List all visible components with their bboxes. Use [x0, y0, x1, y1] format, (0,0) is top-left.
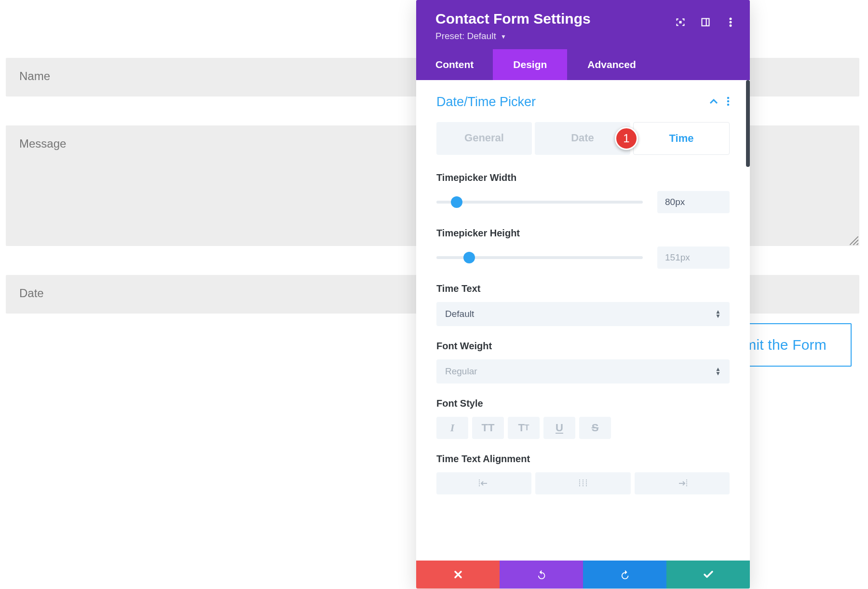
font-style-label: Font Style [436, 398, 730, 409]
timepicker-height-slider[interactable] [436, 253, 643, 262]
svg-rect-1 [702, 19, 709, 26]
cancel-button[interactable] [416, 561, 500, 589]
select-arrows-icon: ▲▼ [715, 310, 721, 318]
modal-body: Date/Time Picker General Date Time 1 Tim… [416, 80, 750, 561]
svg-point-8 [727, 103, 730, 106]
modal-header: Contact Form Settings Preset: Default ▼ [416, 0, 750, 49]
modal-tabs: Content Design Advanced [416, 49, 750, 80]
tab-advanced[interactable]: Advanced [567, 49, 656, 80]
redo-button[interactable] [583, 561, 666, 589]
uppercase-button[interactable]: TT [472, 417, 504, 439]
italic-button[interactable]: I [436, 417, 468, 439]
save-button[interactable] [666, 561, 750, 589]
timepicker-width-value[interactable]: 80px [657, 191, 730, 213]
select-arrows-icon: ▲▼ [715, 367, 721, 376]
svg-point-7 [727, 100, 730, 102]
alignment-label: Time Text Alignment [436, 453, 730, 465]
svg-point-4 [730, 21, 732, 24]
timepicker-width-slider[interactable] [436, 197, 643, 207]
tab-design[interactable]: Design [493, 49, 567, 80]
message-placeholder: Message [19, 137, 66, 150]
timepicker-height-label: Timepicker Height [436, 228, 730, 239]
smallcaps-button[interactable]: TT [508, 417, 540, 439]
modal-footer [416, 561, 750, 589]
resize-handle-icon [850, 236, 858, 245]
section-title[interactable]: Date/Time Picker [436, 95, 536, 110]
align-center-button[interactable] [535, 472, 630, 494]
focus-icon[interactable] [675, 16, 686, 28]
annotation-badge: 1 [615, 127, 638, 150]
tab-content[interactable]: Content [416, 49, 493, 80]
settings-modal: Contact Form Settings Preset: Default ▼ … [416, 0, 750, 589]
more-icon[interactable] [725, 16, 736, 28]
scrollbar[interactable] [746, 80, 750, 167]
font-weight-label: Font Weight [436, 341, 730, 352]
preset-selector[interactable]: Preset: Default ▼ [435, 31, 731, 41]
font-weight-select[interactable]: Regular ▲▼ [436, 359, 730, 384]
align-left-button[interactable] [436, 472, 531, 494]
caret-down-icon: ▼ [501, 33, 506, 40]
underline-button[interactable]: U [543, 417, 575, 439]
sub-tabs: General Date Time 1 [436, 122, 730, 155]
svg-point-5 [730, 25, 732, 27]
sub-tab-general[interactable]: General [436, 122, 532, 155]
sub-tab-time[interactable]: Time [633, 122, 730, 155]
timepicker-width-label: Timepicker Width [436, 172, 730, 183]
timepicker-height-value[interactable]: 151px [657, 247, 730, 269]
strikethrough-button[interactable]: S [579, 417, 611, 439]
align-right-button[interactable] [635, 472, 730, 494]
chevron-up-icon[interactable] [709, 98, 718, 107]
more-icon[interactable] [727, 96, 730, 108]
time-text-label: Time Text [436, 283, 730, 294]
time-text-select[interactable]: Default ▲▼ [436, 302, 730, 326]
undo-button[interactable] [500, 561, 583, 589]
layout-icon[interactable] [700, 16, 711, 28]
svg-point-3 [730, 18, 732, 20]
svg-point-6 [727, 96, 730, 99]
svg-rect-0 [679, 21, 682, 24]
